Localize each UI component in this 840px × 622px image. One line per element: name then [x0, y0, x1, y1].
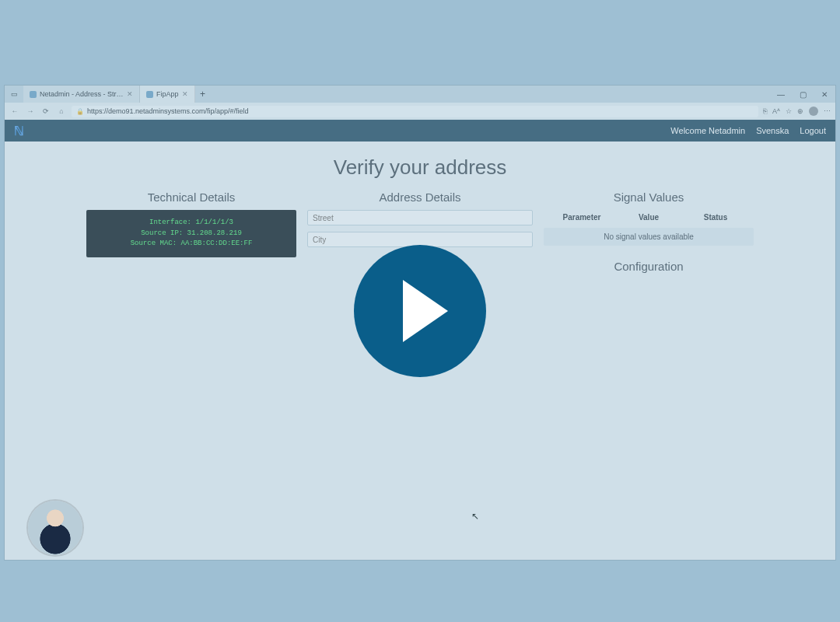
favicon-icon	[146, 91, 153, 98]
collections-icon[interactable]: ⊕	[797, 107, 803, 115]
cursor-icon: ↖	[471, 511, 479, 522]
browser-tab-2[interactable]: FipApp ✕	[140, 86, 195, 103]
section-heading: Technical Details	[86, 190, 296, 204]
browser-tab-1[interactable]: Netadmin - Address - Street 3 1 ✕	[23, 86, 140, 103]
logout-link[interactable]: Logout	[800, 126, 826, 135]
lock-icon: 🔒	[76, 108, 84, 115]
close-icon[interactable]: ✕	[182, 90, 188, 98]
welcome-label: Welcome Netadmin	[670, 126, 745, 135]
app-logo[interactable]: ℕ	[14, 124, 24, 138]
close-window-button[interactable]: ✕	[814, 86, 835, 103]
url-text: https://demo91.netadminsystems.com/fip/a…	[87, 107, 249, 115]
play-button[interactable]	[354, 245, 486, 377]
close-icon[interactable]: ✕	[127, 90, 133, 98]
technical-terminal: Interface: 1/1/1/1/3 Source IP: 31.208.2…	[86, 210, 296, 257]
minimize-button[interactable]: —	[770, 86, 792, 103]
tab-label: FipApp	[156, 90, 179, 98]
terminal-line: Source IP: 31.208.28.219	[93, 229, 290, 239]
section-heading: Signal Values	[544, 190, 754, 204]
play-icon	[403, 280, 448, 342]
home-button[interactable]: ⌂	[56, 107, 67, 115]
taskview-icon[interactable]: ▭	[5, 86, 23, 103]
terminal-line: Interface: 1/1/1/1/3	[93, 218, 290, 229]
refresh-button[interactable]: ⟳	[40, 107, 51, 115]
street-input[interactable]	[307, 210, 533, 225]
profile-avatar-icon[interactable]	[809, 107, 818, 116]
signal-values-column: Signal Values Parameter Value Status No …	[544, 190, 754, 279]
maximize-button[interactable]: ▢	[792, 86, 814, 103]
terminal-line: Source MAC: AA:BB:CC:DD:EE:FF	[93, 239, 290, 250]
readmode-icon[interactable]: ⎘	[763, 107, 767, 115]
presenter-avatar[interactable]	[28, 501, 82, 555]
section-heading: Configuration	[544, 260, 754, 273]
back-button[interactable]: ←	[9, 107, 20, 115]
signal-table: Parameter Value Status No signal values …	[544, 210, 754, 246]
col-parameter: Parameter	[548, 213, 615, 222]
app-header: ℕ Welcome Netadmin Svenska Logout	[5, 120, 835, 142]
signal-empty-row: No signal values available	[544, 228, 754, 246]
forward-button[interactable]: →	[25, 107, 36, 115]
new-tab-button[interactable]: +	[195, 86, 211, 103]
favorite-icon[interactable]: ☆	[786, 107, 792, 115]
technical-details-column: Technical Details Interface: 1/1/1/1/3 S…	[86, 190, 296, 279]
url-input[interactable]: 🔒 https://demo91.netadminsystems.com/fip…	[72, 106, 758, 117]
favicon-icon	[30, 91, 37, 98]
tab-label: Netadmin - Address - Street 3 1	[40, 90, 124, 98]
menu-icon[interactable]: ⋯	[824, 107, 831, 115]
page-title: Verify your address	[17, 156, 823, 180]
section-heading: Address Details	[307, 190, 533, 204]
browser-titlebar: ▭ Netadmin - Address - Street 3 1 ✕ FipA…	[5, 86, 835, 103]
logo-icon: ℕ	[14, 124, 24, 138]
col-status: Status	[682, 213, 749, 222]
textsize-icon[interactable]: Aᴬ	[772, 107, 780, 115]
language-link[interactable]: Svenska	[756, 126, 789, 135]
col-value: Value	[615, 213, 682, 222]
browser-addressbar: ← → ⟳ ⌂ 🔒 https://demo91.netadminsystems…	[5, 103, 835, 120]
